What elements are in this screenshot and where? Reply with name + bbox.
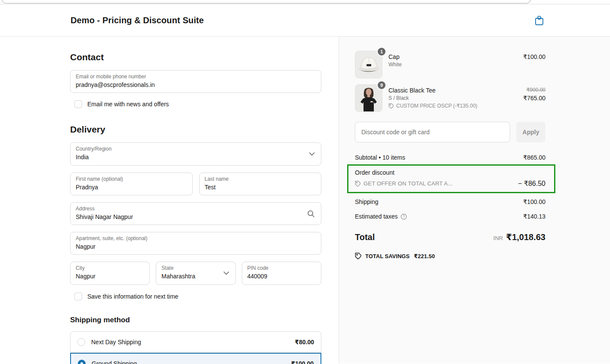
last-name-field[interactable]: Last name Test [199, 173, 322, 195]
taxes-label: Estimated taxes [355, 213, 398, 220]
apartment-label: Apartment, suite, etc. (optional) [76, 235, 316, 242]
shipping-options: Next Day Shipping ₹80.00 Ground Shipping… [70, 331, 321, 364]
city-value: Nagpur [76, 272, 144, 281]
apartment-value: Nagpur [76, 242, 316, 251]
checkout-form-panel: Contact Email or mobile phone number pra… [0, 37, 339, 364]
shipping-option-price: ₹80.00 [295, 339, 314, 345]
first-name-value: Pradnya [76, 183, 187, 191]
order-discount-amount: − ₹86.50 [518, 179, 545, 188]
last-name-label: Last name [205, 176, 316, 182]
news-offers-checkbox[interactable] [74, 100, 82, 108]
shipping-row: Shipping ₹100.00 [355, 198, 545, 205]
address-value: Shivaji Nagar Nagpur [76, 213, 316, 221]
shipping-option-label: Next Day Shipping [91, 339, 289, 345]
email-field[interactable]: Email or mobile phone number pradnya@osc… [70, 70, 321, 93]
total-amount: ₹1,018.63 [506, 232, 545, 242]
email-field-value: pradnya@oscprofessionals.in [76, 80, 316, 89]
state-label: State [161, 265, 230, 271]
shipping-value: ₹100.00 [523, 198, 545, 205]
order-discount-code: GET OFFER ON TOTAL CART A... [364, 180, 453, 187]
address-field[interactable]: Address Shivaji Nagar Nagpur [70, 202, 321, 225]
total-label: Total [355, 232, 375, 242]
order-discount-highlight-box: Order discount GET OFFER ON TOTAL CART A… [347, 164, 555, 193]
last-name-value: Test [205, 183, 316, 191]
country-label: Country/Region [76, 146, 316, 152]
pin-code-label: PIN code [247, 265, 316, 271]
save-info-row: Save this information for next time [74, 293, 321, 300]
total-row: Total INR ₹1,018.63 [355, 232, 545, 242]
chevron-down-icon [309, 152, 315, 156]
order-summary-panel: 1 Cap White ₹100.00 [339, 37, 610, 364]
item-name: Classic Black Tee [388, 87, 517, 94]
shipping-option-label: Ground Shipping [92, 360, 285, 364]
news-offers-label: Email me with news and offers [87, 101, 169, 108]
question-circle-icon[interactable]: ? [401, 213, 407, 220]
email-field-label: Email or mobile phone number [76, 74, 316, 80]
shipping-option-next-day[interactable]: Next Day Shipping ₹80.00 [70, 331, 321, 353]
first-name-label: First name (optional) [76, 176, 187, 182]
total-savings-label: TOTAL SAVINGS [365, 253, 410, 259]
search-icon [307, 210, 315, 218]
news-offers-row: Email me with news and offers [74, 100, 321, 108]
browser-chrome-strip [0, 0, 610, 4]
shipping-option-price: ₹100.00 [291, 360, 314, 364]
tag-icon [388, 103, 394, 109]
country-select[interactable]: Country/Region India [70, 142, 321, 165]
cart-bag-button[interactable] [533, 14, 545, 27]
item-original-price: ₹900.00 [523, 87, 545, 93]
currency-code: INR [493, 235, 503, 241]
total-savings-amount: ₹221.50 [414, 253, 435, 259]
city-label: City [76, 265, 144, 271]
state-select[interactable]: State Maharashtra [156, 262, 235, 284]
quantity-badge: 1 [377, 47, 386, 56]
city-field[interactable]: City Nagpur [70, 262, 150, 284]
address-label: Address [76, 206, 316, 212]
quantity-badge: 9 [377, 80, 386, 90]
save-info-checkbox[interactable] [74, 293, 82, 300]
radio-unselected-icon[interactable] [77, 338, 85, 346]
apply-discount-button[interactable]: Apply [516, 122, 545, 142]
browser-omnibox-remnant [2, 0, 531, 3]
cart-item-cap: 1 Cap White ₹100.00 [355, 51, 545, 78]
save-info-label: Save this information for next time [87, 293, 179, 300]
discount-code-input[interactable] [355, 122, 510, 142]
radio-selected-icon[interactable] [78, 360, 86, 364]
item-variant: S / Black [388, 95, 517, 101]
contact-heading: Contact [70, 52, 321, 62]
cart-item-tee: 9 Classic Black Tee S / Black CUSTOM PRI… [355, 84, 545, 112]
delivery-heading: Delivery [70, 124, 321, 135]
taxes-row: Estimated taxes ? ₹140.13 [355, 213, 545, 220]
bag-icon [535, 15, 544, 25]
order-discount-label: Order discount [355, 169, 545, 176]
total-savings-row: TOTAL SAVINGS ₹221.50 [355, 253, 545, 259]
subtotal-row: Subtotal • 10 items ₹865.00 [355, 154, 545, 161]
tag-icon [355, 181, 361, 187]
svg-text:?: ? [403, 214, 405, 219]
subtotal-label: Subtotal • 10 items [355, 154, 405, 161]
item-variant: White [388, 62, 517, 68]
checkout-header: Demo - Pricing & Discount Suite [0, 4, 610, 37]
taxes-value: ₹140.13 [523, 213, 545, 220]
store-title: Demo - Pricing & Discount Suite [71, 15, 204, 25]
shipping-label: Shipping [355, 198, 379, 205]
item-name: Cap [388, 53, 517, 60]
tag-icon [355, 253, 362, 259]
state-value: Maharashtra [161, 272, 230, 281]
chevron-down-icon [223, 271, 229, 275]
item-discount-label: CUSTOM PRICE OSCP (-₹135.00) [396, 103, 478, 109]
country-value: India [76, 153, 316, 161]
discount-code-row: Apply [355, 122, 545, 142]
shipping-method-heading: Shipping method [70, 316, 321, 324]
first-name-field[interactable]: First name (optional) Pradnya [70, 173, 193, 195]
apartment-field[interactable]: Apartment, suite, etc. (optional) Nagpur [70, 232, 321, 255]
pin-code-value: 440009 [247, 272, 316, 281]
item-price: ₹765.00 [523, 95, 545, 102]
shipping-option-ground[interactable]: Ground Shipping ₹100.00 [70, 353, 321, 364]
subtotal-value: ₹865.00 [523, 154, 545, 161]
pin-code-field[interactable]: PIN code 440009 [242, 262, 321, 284]
item-price: ₹100.00 [523, 53, 545, 60]
